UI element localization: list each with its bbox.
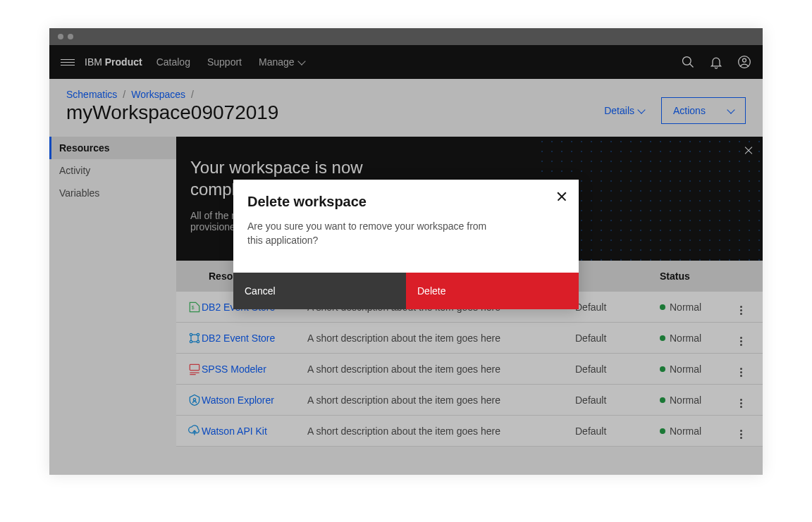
window-dot (58, 34, 63, 39)
modal-title: Delete workspace (247, 194, 565, 210)
close-icon[interactable] (556, 191, 567, 202)
delete-workspace-modal: Delete workspace Are you sure you want t… (233, 180, 579, 309)
modal-description: Are you sure you want to remove your wor… (247, 220, 487, 247)
window-dot (68, 34, 73, 39)
cancel-button[interactable]: Cancel (233, 273, 406, 309)
app-frame: IBM Product Catalog Support Manage Schem… (49, 28, 763, 475)
modal-actions: Cancel Delete (233, 273, 579, 309)
delete-button[interactable]: Delete (406, 273, 579, 309)
window-titlebar (49, 28, 763, 45)
